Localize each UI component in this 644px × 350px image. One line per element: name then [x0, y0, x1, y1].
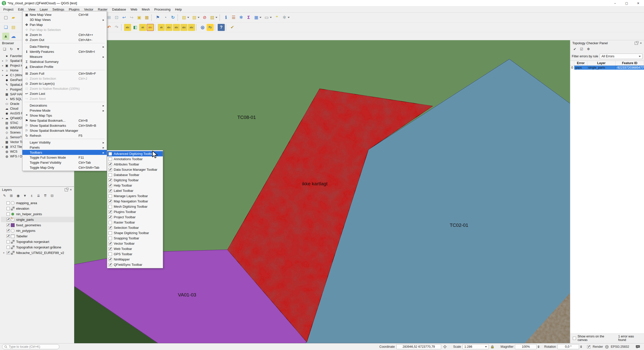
checkbox[interactable]	[108, 163, 112, 166]
toolbar-icon[interactable]: ↷	[113, 24, 120, 31]
checkbox[interactable]	[108, 173, 112, 177]
dropdown-caret-icon[interactable]	[215, 17, 217, 18]
toolbar-icon[interactable]: ☁	[10, 33, 17, 40]
dropdown-caret-icon[interactable]	[198, 17, 200, 18]
toolbar-icon[interactable]: ▧	[180, 14, 187, 21]
layer-visibility-checkbox[interactable]	[7, 224, 10, 227]
float-panel-icon[interactable]	[65, 188, 68, 191]
checkbox[interactable]	[108, 252, 112, 256]
toolbar-icon[interactable]: abc	[180, 24, 187, 31]
menu-item[interactable]: Decorations	[22, 103, 107, 108]
menu-item[interactable]: ✥ Pan Map to Selection	[22, 27, 107, 32]
toolbar-toggle-item[interactable]: Data Source Manager Toolbar	[107, 167, 163, 172]
close-button[interactable]: ✕	[632, 0, 644, 7]
expand-arrow-icon[interactable]	[1, 74, 5, 76]
toolbar-icon[interactable]: ▣	[136, 14, 143, 21]
minimize-button[interactable]: –	[609, 0, 621, 7]
toolbar-icon[interactable]: ▼	[22, 193, 28, 198]
toolbar-toggle-item[interactable]: Mesh Digitizing Toolbar	[107, 204, 163, 209]
toolbar-icon[interactable]: ❏	[2, 24, 9, 31]
checkbox[interactable]	[108, 231, 112, 235]
menu-item[interactable]: ⊞ Zoom Full Ctrl+Shift+F	[22, 71, 107, 76]
locator-search-input[interactable]: Type to locate (Ctrl+K)	[2, 344, 59, 349]
magnifier-spinner[interactable]	[538, 345, 540, 348]
toolbar-toggle-item[interactable]: Digitizing Toolbar	[107, 178, 163, 183]
toolbar-icon[interactable]: ▨	[191, 14, 198, 21]
layer-visibility-checkbox[interactable]	[7, 246, 10, 249]
menu-item[interactable]: ⊡ Zoom to Native Resolution (100%)	[22, 86, 107, 91]
toolbar-icon[interactable]: ▭	[263, 14, 270, 21]
expand-arrow-icon[interactable]	[1, 64, 5, 67]
toolbar-icon[interactable]: ab	[158, 24, 165, 31]
layer-visibility-checkbox[interactable]	[7, 229, 10, 232]
toolbar-toggle-item[interactable]: Shape Digitizing Toolbar	[107, 230, 163, 236]
messages-icon[interactable]	[636, 345, 640, 349]
toolbar-icon[interactable]: ✻	[238, 14, 245, 21]
menu-item[interactable]: ▣ New Map View Ctrl+M	[22, 12, 107, 17]
menubar-item[interactable]: Help	[173, 7, 184, 12]
toolbar-toggle-item[interactable]: Vector Toolbar	[107, 241, 163, 246]
menu-item[interactable]: ⊙ Zoom to Selection Ctrl+J	[22, 76, 107, 81]
toolbar-icon[interactable]: ⇊	[35, 193, 42, 198]
toolbar-icon[interactable]: ▰	[10, 14, 17, 21]
toolbar-icon[interactable]: ⇈	[42, 193, 48, 198]
toolbar-toggle-item[interactable]: Raster Toolbar	[107, 220, 163, 225]
expand-arrow-icon[interactable]	[2, 251, 6, 254]
menu-item[interactable]: ℹ Identify Features Ctrl+Shift+I	[22, 49, 107, 54]
toolbar-icon[interactable]: ✎	[2, 193, 8, 198]
filter-errors-select[interactable]: All Errors	[600, 54, 642, 59]
toolbar-icon[interactable]: ℹ	[222, 14, 230, 21]
dropdown-caret-icon[interactable]	[259, 17, 261, 18]
layer-item[interactable]: Topografisk norgeskart gråtone	[1, 244, 74, 250]
checkbox[interactable]	[108, 157, 112, 161]
magnifier-input[interactable]: 100%	[515, 344, 537, 349]
toolbar-icon[interactable]: ⊡	[113, 14, 120, 21]
expand-arrow-icon[interactable]	[1, 69, 5, 72]
toolbar-toggle-item[interactable]: Project Toolbar	[107, 214, 163, 220]
toolbar-icon[interactable]: ⊘	[201, 14, 208, 21]
checkbox[interactable]	[108, 168, 112, 171]
toolbar-icon[interactable]: ε	[29, 193, 35, 198]
layer-visibility-checkbox[interactable]	[7, 207, 10, 210]
checkbox[interactable]	[108, 205, 112, 208]
menu-item[interactable]: ◭ Elevation Profile	[22, 64, 107, 69]
toolbar-icon[interactable]: ◔	[162, 14, 169, 21]
column-header[interactable]: Feature ID	[616, 61, 644, 66]
toolbar-icon[interactable]: ✔	[229, 24, 236, 31]
dropdown-caret-icon[interactable]	[288, 17, 290, 18]
expand-arrow-icon[interactable]	[1, 117, 5, 119]
extents-toggle-icon[interactable]	[443, 345, 447, 348]
toolbar-icon[interactable]: ❝	[273, 14, 280, 21]
checkbox[interactable]	[108, 200, 112, 203]
toolbar-icon[interactable]: ◉	[15, 193, 21, 198]
menubar-item[interactable]: Processing	[152, 7, 173, 12]
checkbox[interactable]	[108, 237, 112, 240]
scale-select[interactable]: 1:286	[463, 344, 489, 349]
menu-item[interactable]: 3D Map Views	[22, 17, 107, 22]
toolbar-icon[interactable]: ⊟	[49, 193, 55, 198]
toolbar-icon[interactable]: ab	[139, 24, 146, 31]
menu-item[interactable]: ⚐ Show Spatial Bookmark Manager	[22, 128, 107, 133]
menu-item[interactable]: ✥ Pan Map	[22, 22, 107, 27]
layer-visibility-checkbox[interactable]	[7, 212, 10, 216]
menubar-item[interactable]: Project	[1, 7, 16, 12]
toolbar-toggle-item[interactable]: Label Toolbar	[107, 188, 163, 193]
checkbox[interactable]	[108, 247, 112, 251]
layer-item[interactable]: single_parts	[1, 217, 74, 222]
toolbar-toggle-item[interactable]: Attributes Toolbar	[107, 162, 163, 167]
toolbar-icon[interactable]: ⊞	[8, 193, 14, 198]
close-panel-icon[interactable]: ✕	[69, 188, 72, 191]
expand-arrow-icon[interactable]	[1, 59, 5, 62]
menu-item[interactable]: Panels	[22, 145, 107, 150]
toolbar-icon[interactable]: ✔	[572, 46, 578, 52]
layer-item[interactable]: fixed_geometries	[1, 222, 74, 228]
toolbar-toggle-item[interactable]: Snapping Toolbar	[107, 236, 163, 241]
toolbar-toggle-item[interactable]: Map Navigation Toolbar	[107, 199, 163, 204]
menu-item[interactable]: Σ Statistical Summary	[22, 59, 107, 64]
layer-visibility-checkbox[interactable]	[7, 235, 10, 238]
menu-item[interactable]: Layer Visibility	[22, 140, 107, 145]
show-errors-checkbox[interactable]	[573, 337, 576, 340]
menu-item[interactable]: Toolbars	[22, 150, 107, 155]
toolbar-icon[interactable]: abc	[147, 24, 154, 31]
menu-item[interactable]: Data Filtering	[22, 44, 107, 49]
